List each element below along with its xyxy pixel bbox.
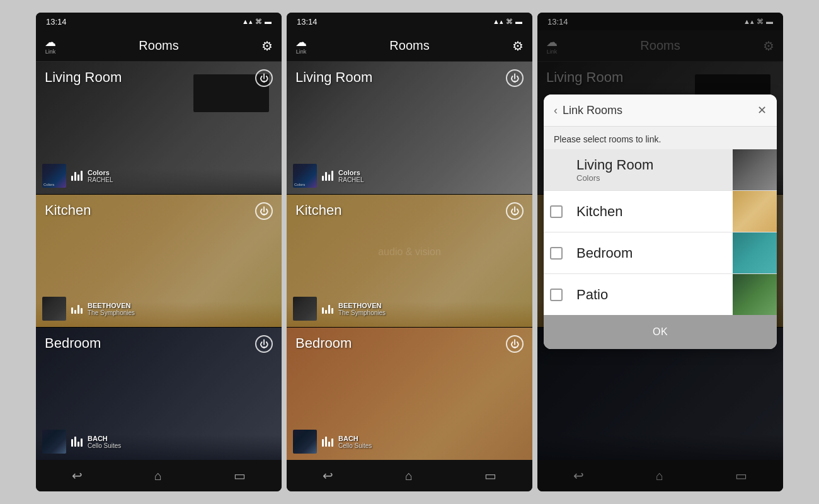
dialog-room-kitchen[interactable]: Kitchen (544, 191, 777, 232)
header-link-1[interactable]: ☁ Link (45, 37, 56, 55)
track-subtitle-bedroom-1: Cello Suites (88, 442, 121, 449)
dialog-thumb-bedroom (733, 232, 777, 273)
phone-2: 13:14 ▲▴ ⌘ ▬ ☁ Link Rooms ⚙ Living Room (287, 13, 532, 491)
rooms-list-2: Living Room Colors RACHEL (287, 62, 532, 460)
dialog-name-kitchen: Kitchen (576, 203, 725, 220)
bar-k3 (77, 305, 79, 314)
now-playing-kitchen-2: BEETHOVEN The Symphonies (293, 297, 386, 321)
nav-home-2[interactable]: ⌂ (405, 469, 413, 483)
power-btn-bedroom-1[interactable] (255, 335, 273, 353)
phone-3: 13:14 ▲▴ ⌘ ▬ ☁ Link Rooms ⚙ Living Room (537, 13, 783, 491)
power-btn-kitchen-2[interactable] (506, 202, 524, 220)
track-subtitle-living-1: RACHEL (88, 176, 113, 183)
track-bars-bedroom-1 (71, 437, 83, 447)
now-playing-living-2: Colors RACHEL (293, 164, 364, 188)
status-bar-2: 13:14 ▲▴ ⌘ ▬ (287, 13, 532, 30)
track-info-bedroom-2: BACH Cello Suites (338, 435, 372, 449)
album-art-kitchen-2 (293, 297, 317, 321)
track-subtitle-kitchen-2: The Symphonies (338, 309, 386, 316)
wifi-icon-1: ⌘ (255, 18, 262, 26)
album-colors-2 (293, 164, 317, 188)
power-btn-living-2[interactable] (506, 69, 524, 87)
status-time-1: 13:14 (46, 17, 67, 26)
dialog-check-patio[interactable] (544, 289, 569, 301)
dialog-info-kitchen: Kitchen (569, 197, 733, 226)
link-label-2: Link (296, 49, 307, 55)
dialog-info-bedroom: Bedroom (569, 239, 733, 268)
nav-back-2[interactable]: ↩ (323, 468, 333, 483)
dialog-thumb-living (733, 149, 777, 190)
dialog-ok-button[interactable]: OK (544, 315, 777, 349)
signal-icon-2: ▲▴ (493, 18, 503, 26)
room-name-kitchen-2: Kitchen (295, 202, 341, 219)
dialog-room-patio[interactable]: Patio (544, 274, 777, 315)
battery-icon-1: ▬ (265, 18, 272, 25)
bar-b3 (77, 442, 79, 447)
dialog-back-button[interactable]: ‹ (554, 104, 558, 117)
track-subtitle-living-2: RACHEL (338, 176, 364, 183)
power-btn-kitchen-1[interactable] (255, 202, 273, 220)
now-playing-kitchen-1: BEETHOVEN The Symphonies (42, 297, 135, 321)
track-info-living-2: Colors RACHEL (338, 169, 364, 183)
bar-k4 (81, 308, 83, 314)
dialog-room-living[interactable]: Living Room Colors (544, 149, 777, 191)
bar-4 (81, 171, 83, 181)
room-name-bedroom-2: Bedroom (295, 335, 352, 352)
power-btn-living-1[interactable] (255, 69, 273, 87)
header-link-2[interactable]: ☁ Link (295, 37, 307, 55)
dialog-subtitle: Please select rooms to link. (544, 127, 777, 149)
nav-recent-1[interactable]: ▭ (234, 468, 246, 483)
now-playing-living-1: Colors RACHEL (42, 164, 113, 188)
app-header-2: ☁ Link Rooms ⚙ (287, 30, 532, 62)
dialog-header: ‹ Link Rooms ✕ (544, 94, 777, 127)
nav-recent-2[interactable]: ▭ (484, 468, 496, 483)
room-name-living-2: Living Room (295, 69, 372, 86)
album-art-bedroom-1 (42, 430, 66, 454)
bar-b1 (71, 439, 73, 447)
dialog-sub-living: Colors (576, 173, 725, 183)
room-card-living-1[interactable]: Living Room Colors RACHEL (36, 62, 282, 195)
room-card-kitchen-2[interactable]: Kitchen BEETHOVEN The Symphonies (287, 195, 532, 328)
checkbox-bedroom[interactable] (550, 247, 563, 260)
dialog-room-bedroom[interactable]: Bedroom (544, 232, 777, 274)
gear-icon-1[interactable]: ⚙ (261, 38, 273, 54)
room-card-bedroom-1[interactable]: Bedroom BACH Cello Suites (36, 328, 282, 460)
nav-back-1[interactable]: ↩ (72, 468, 83, 483)
track-subtitle-kitchen-1: The Symphonies (88, 309, 135, 316)
phone-1: 13:14 ▲▴ ⌘ ▬ ☁ Link Rooms ⚙ Living Room (36, 13, 282, 491)
gear-icon-2[interactable]: ⚙ (512, 38, 524, 54)
room-card-bedroom-2[interactable]: Bedroom BACH Cello Suites (287, 328, 532, 460)
track-subtitle-bedroom-2: Cello Suites (338, 442, 372, 449)
dialog-check-bedroom[interactable] (544, 247, 569, 260)
nav-home-1[interactable]: ⌂ (154, 469, 162, 483)
room-card-living-2[interactable]: Living Room Colors RACHEL (287, 62, 532, 195)
header-title-1: Rooms (139, 38, 178, 53)
album-art-bedroom-2 (293, 430, 317, 454)
dialog-check-kitchen[interactable] (544, 205, 569, 218)
album-art-living-1 (42, 164, 66, 188)
track-title-living-2: Colors (338, 169, 364, 176)
album-colors-1 (42, 164, 66, 188)
dialog-info-living: Living Room Colors (569, 151, 733, 189)
bar-1 (71, 176, 73, 181)
link-icon-2: ☁ (295, 37, 307, 48)
now-playing-bedroom-1: BACH Cello Suites (42, 430, 121, 454)
dialog-header-left: ‹ Link Rooms (554, 104, 622, 117)
checkbox-kitchen[interactable] (550, 205, 563, 218)
status-icons-2: ▲▴ ⌘ ▬ (493, 18, 522, 26)
power-btn-bedroom-2[interactable] (506, 335, 524, 353)
track-bars-kitchen-2 (322, 304, 333, 314)
dialog-name-patio: Patio (576, 287, 725, 303)
room-card-kitchen-1[interactable]: Kitchen BEETHOVEN The Symphonies (36, 195, 282, 328)
bottom-nav-1: ↩ ⌂ ▭ (36, 460, 282, 491)
track-bars-kitchen-1 (71, 304, 83, 314)
track-info-kitchen-1: BEETHOVEN The Symphonies (88, 302, 135, 316)
album-bach-2 (293, 430, 317, 454)
checkbox-patio[interactable] (550, 289, 563, 301)
dialog-close-button[interactable]: ✕ (757, 103, 767, 117)
track-title-bedroom-1: BACH (88, 435, 121, 442)
link-label-1: Link (45, 49, 56, 55)
dialog-name-living: Living Room (576, 157, 725, 173)
now-playing-bedroom-2: BACH Cello Suites (293, 430, 372, 454)
bar-k1 (71, 307, 73, 314)
